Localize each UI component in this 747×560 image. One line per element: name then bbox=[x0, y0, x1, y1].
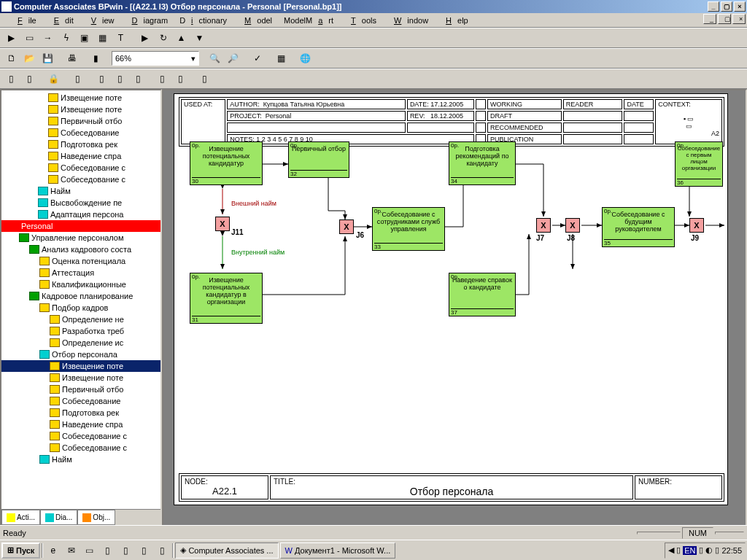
activity-33[interactable]: 0р.Собеседование с сотрудниками служб уп… bbox=[372, 207, 445, 251]
print-button[interactable]: 🖶 bbox=[63, 50, 80, 66]
tray-lang[interactable]: EN bbox=[683, 546, 697, 555]
tb3-4[interactable]: ▯ bbox=[69, 71, 86, 87]
refresh-tool[interactable]: ↻ bbox=[155, 30, 171, 46]
squiggle-tool[interactable]: ϟ bbox=[58, 30, 74, 46]
system-tray[interactable]: ◀ ▯ EN ▯ ◐ ▯ 22:55 bbox=[665, 542, 746, 559]
zoom-out-button[interactable]: 🔎 bbox=[225, 50, 241, 66]
box-tool[interactable]: ▭ bbox=[21, 30, 38, 46]
tree-item[interactable]: Наведение спра bbox=[1, 150, 160, 162]
mdi-minimize-button[interactable]: _ bbox=[703, 14, 716, 24]
tree-item[interactable]: Высвобождение пе bbox=[1, 197, 160, 209]
open-button[interactable]: 📂 bbox=[21, 50, 38, 66]
quick-app3-icon[interactable]: ▯ bbox=[136, 542, 152, 559]
down-tool[interactable]: ▼ bbox=[191, 30, 208, 46]
junction-j8[interactable]: X bbox=[565, 218, 580, 233]
tree-item[interactable]: Найм bbox=[1, 185, 160, 197]
tree-item[interactable]: Адаптация персона bbox=[1, 209, 160, 220]
tree-item[interactable]: Подбор кадров bbox=[1, 302, 160, 314]
tree-item[interactable]: Собеседование с bbox=[1, 174, 160, 185]
menu-window[interactable]: Window bbox=[382, 16, 434, 25]
zoom-in-button[interactable]: 🔍 bbox=[206, 50, 223, 66]
tray-icon-5[interactable]: ▯ bbox=[715, 545, 719, 555]
world-button[interactable]: 🌐 bbox=[297, 50, 314, 66]
zoom-combo[interactable]: 66% ▾ bbox=[112, 51, 199, 66]
tree-item[interactable]: Собеседование с bbox=[1, 162, 160, 174]
tree-item[interactable]: Извещение поте bbox=[1, 360, 160, 372]
arrow-tool[interactable]: → bbox=[39, 30, 56, 46]
tb3-3[interactable]: 🔒 bbox=[45, 71, 62, 87]
activity-35[interactable]: 0р.Собеседование с будущим руководителем… bbox=[602, 207, 675, 247]
activity-32[interactable]: 0р.Первичный отбор32 bbox=[288, 141, 349, 178]
tree-item[interactable]: Определение не bbox=[1, 314, 160, 325]
new-button[interactable]: 🗋 bbox=[3, 50, 20, 66]
quick-ie-icon[interactable]: e bbox=[44, 542, 61, 559]
spellcheck-button[interactable]: ✓ bbox=[249, 50, 266, 66]
tree-item[interactable]: Кадровое планирование bbox=[1, 290, 160, 302]
junction-j6[interactable]: X bbox=[339, 219, 354, 234]
quick-app1-icon[interactable]: ▯ bbox=[99, 542, 116, 559]
menu-modelmart[interactable]: ModelMart bbox=[278, 16, 339, 25]
tree-item[interactable]: Собеседование bbox=[1, 127, 160, 139]
junction-j11[interactable]: X bbox=[215, 217, 230, 231]
activity-37[interactable]: 0р.Наведение справок о кандидате37 bbox=[449, 273, 516, 316]
tree-item[interactable]: Управление персоналом bbox=[1, 232, 160, 244]
tb3-9[interactable]: ▯ bbox=[172, 71, 189, 87]
text-tool[interactable]: T bbox=[112, 30, 129, 46]
play-tool[interactable]: ▶ bbox=[136, 30, 153, 46]
tree-item[interactable]: Извещение поте bbox=[1, 104, 160, 115]
tree-item[interactable]: Извещение поте bbox=[1, 372, 160, 384]
tree-item[interactable]: Подготовка рек bbox=[1, 407, 160, 419]
task-bpwin[interactable]: ◈Computer Associates ... bbox=[175, 542, 278, 559]
tree-item[interactable]: Извещение поте bbox=[1, 92, 160, 104]
tree-item[interactable]: Personal bbox=[1, 220, 160, 232]
ref2-tool[interactable]: ▦ bbox=[94, 30, 111, 46]
activity-31[interactable]: 0р.Извещение потенциальных кандидатур в … bbox=[190, 273, 263, 324]
tree-item[interactable]: Первичный отбо bbox=[1, 384, 160, 395]
tb3-5[interactable]: ▯ bbox=[93, 71, 110, 87]
up-tool[interactable]: ▲ bbox=[173, 30, 190, 46]
ref-tool[interactable]: ▣ bbox=[76, 30, 93, 46]
pointer-tool[interactable]: ▶ bbox=[3, 30, 20, 46]
tree-item[interactable]: Отбор персонала bbox=[1, 349, 160, 360]
start-button[interactable]: ⊞ Пуск bbox=[1, 542, 40, 559]
mdi-maximize-button[interactable]: ▢ bbox=[718, 14, 731, 24]
menu-dictionary[interactable]: Dictionary bbox=[174, 16, 233, 25]
close-button[interactable]: × bbox=[734, 1, 746, 12]
mdi-close-button[interactable]: × bbox=[732, 14, 746, 24]
menu-view[interactable]: View bbox=[80, 16, 120, 25]
tree-item[interactable]: Квалификационные bbox=[1, 279, 160, 290]
quick-outlook-icon[interactable]: ✉ bbox=[63, 542, 80, 559]
tb3-1[interactable]: ▯ bbox=[3, 71, 20, 87]
tray-icon-2[interactable]: ▯ bbox=[676, 545, 681, 555]
tree-item[interactable]: Первичный отбо bbox=[1, 115, 160, 127]
tree-item[interactable]: Собеседование с bbox=[1, 430, 160, 442]
diagram-canvas[interactable]: USED AT: AUTHOR: Купцова Татьяна Юрьевна… bbox=[162, 89, 747, 526]
tree-item[interactable]: Оценка потенциала bbox=[1, 255, 160, 267]
menu-edit[interactable]: Edit bbox=[42, 16, 80, 25]
tb3-2[interactable]: ▯ bbox=[21, 71, 38, 87]
menu-file[interactable]: File bbox=[6, 16, 42, 25]
report-button[interactable]: ▮ bbox=[88, 50, 104, 66]
tb3-8[interactable]: ▯ bbox=[154, 71, 171, 87]
tree-item[interactable]: Аттестация bbox=[1, 267, 160, 279]
activity-36[interactable]: 0р.Собеседование с первым лицом организа… bbox=[675, 141, 723, 187]
model-tree[interactable]: Извещение потеИзвещение потеПервичный от… bbox=[1, 90, 160, 467]
model-button[interactable]: ▦ bbox=[273, 50, 290, 66]
maximize-button[interactable]: ▢ bbox=[721, 1, 732, 12]
menu-tools[interactable]: Tools bbox=[339, 16, 382, 25]
tree-item[interactable]: Анализ кадрового соста bbox=[1, 244, 160, 255]
minimize-button[interactable]: _ bbox=[708, 1, 719, 12]
menu-model[interactable]: Model bbox=[233, 16, 278, 25]
tree-item[interactable]: Определение ис bbox=[1, 337, 160, 349]
quick-app2-icon[interactable]: ▯ bbox=[117, 542, 134, 559]
activity-30[interactable]: 0р.Извещение потенциальных кандидатур30 bbox=[190, 141, 263, 185]
tree-item[interactable]: Подготовка рек bbox=[1, 139, 160, 150]
quick-desktop-icon[interactable]: ▭ bbox=[81, 542, 98, 559]
tray-icon-3[interactable]: ▯ bbox=[699, 545, 703, 555]
tree-item[interactable]: Наведение спра bbox=[1, 419, 160, 430]
activity-34[interactable]: 0р.Подготовка рекомендаций по кандидату3… bbox=[449, 141, 516, 185]
tb3-6[interactable]: ▯ bbox=[112, 71, 128, 87]
quick-app4-icon[interactable]: ▯ bbox=[154, 542, 171, 559]
junction-j7[interactable]: X bbox=[536, 218, 551, 233]
menu-diagram[interactable]: Diagram bbox=[120, 16, 174, 25]
